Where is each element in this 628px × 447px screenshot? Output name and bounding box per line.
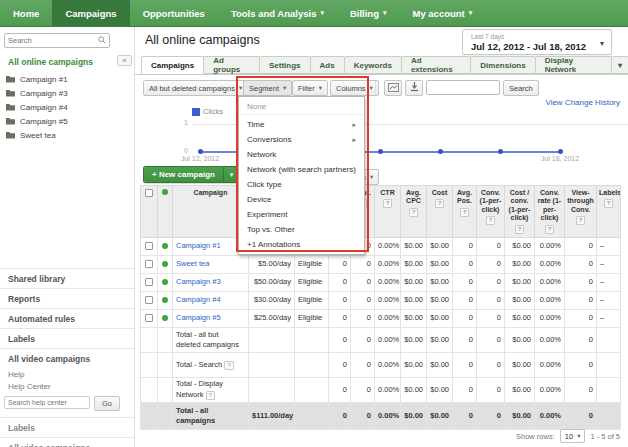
help-icon[interactable]: ? [409, 208, 419, 217]
cell-view_conv: 0 [565, 237, 597, 255]
select-all-checkbox[interactable] [145, 189, 153, 197]
sidebar-search-input[interactable] [8, 36, 98, 45]
cell-ctr: 0.00% [375, 402, 401, 429]
sidebar-campaign-item[interactable]: Campaign #3 [6, 86, 126, 100]
help-icon[interactable]: ? [460, 208, 470, 217]
help-icon[interactable]: ? [206, 391, 215, 400]
help-icon[interactable]: ? [224, 361, 233, 370]
cell-cost: $0.00 [427, 402, 453, 429]
row-status-cell [158, 402, 173, 429]
more-tabs-button[interactable]: ▾ [611, 56, 628, 74]
cell-impr: 0 [351, 273, 375, 291]
tab-display-network[interactable]: Display Network [535, 56, 612, 74]
search-button-label: Search [509, 84, 533, 93]
segment-menu-item-network[interactable]: Network [239, 147, 364, 162]
new-campaign-button[interactable]: + New campaign ▾ [143, 166, 240, 183]
folder-icon [6, 75, 16, 83]
segment-menu-item-top-vs-other[interactable]: Top vs. Other [239, 222, 364, 237]
row-checkbox[interactable] [145, 260, 153, 268]
cell-cost_conv: $0.00 [505, 237, 535, 255]
row-status-cell [158, 327, 173, 352]
help-icon[interactable]: ? [435, 199, 445, 208]
campaign-link[interactable]: Sweet tea [176, 259, 209, 268]
sidebar-item-all-video-campaigns[interactable]: All video campaigns [0, 348, 134, 368]
segment-menu-item--1-annotations[interactable]: +1 Annotations [239, 237, 364, 252]
sidebar-item-shared-library[interactable]: Shared library [0, 268, 134, 288]
tab-ad-groups[interactable]: Ad groups [203, 56, 260, 74]
campaign-scope-dropdown[interactable]: All but deleted campaigns ▾ [143, 80, 248, 96]
nav-item-opportunities[interactable]: Opportunities [130, 0, 218, 26]
cell-avg_pos: 0 [453, 402, 477, 429]
columns-dropdown-button[interactable]: Columns ▾ [330, 80, 379, 96]
chart-toggle-button[interactable] [384, 80, 402, 96]
filter-dropdown-button[interactable]: Filter ▾ [292, 80, 328, 96]
sidebar-collapse-icon[interactable]: « [117, 55, 132, 66]
sidebar-item-automated-rules[interactable]: Automated rules [0, 308, 134, 328]
tab-dimensions[interactable]: Dimensions [470, 56, 535, 74]
sidebar-item-reports[interactable]: Reports [0, 288, 134, 308]
nav-item-campaigns[interactable]: Campaigns [52, 0, 129, 26]
help-icon[interactable]: ? [486, 216, 496, 225]
nav-item-my-account[interactable]: My account▾ [400, 0, 486, 26]
help-search-row: Go [4, 396, 130, 411]
nav-item-tools-and-analysis[interactable]: Tools and Analysis▾ [218, 0, 337, 26]
tab-campaigns[interactable]: Campaigns [141, 56, 204, 74]
cell-labels [597, 377, 621, 402]
help-icon[interactable]: ? [604, 199, 614, 208]
help-icon[interactable]: ? [576, 216, 586, 225]
help-icon[interactable]: ? [545, 225, 555, 234]
new-campaign-dropdown[interactable]: ▾ [223, 167, 239, 182]
segment-dropdown-button[interactable]: Segment ▾ [243, 80, 292, 96]
menu-item-label: Network [247, 150, 276, 159]
cell-ctr: 0.00% [375, 237, 401, 255]
show-rows-select[interactable]: 10 ▾ [560, 429, 586, 443]
row-checkbox[interactable] [145, 296, 153, 304]
campaign-link[interactable]: Campaign #5 [176, 313, 221, 322]
sidebar-footer-item[interactable]: All video campaigns [0, 437, 134, 447]
cell-conv: 0 [477, 273, 505, 291]
row-checkbox[interactable] [145, 242, 153, 250]
segment-menu-item-conversions[interactable]: Conversions▸ [239, 132, 364, 147]
segment-menu-item-time[interactable]: Time▸ [239, 117, 364, 132]
tab-ad-extensions[interactable]: Ad extensions [401, 56, 471, 74]
cell-impr: 0 [351, 291, 375, 309]
search-button[interactable]: Search [503, 80, 539, 96]
help-search-go-button[interactable]: Go [94, 396, 120, 411]
sidebar-all-online-campaigns[interactable]: All online campaigns [8, 57, 93, 67]
row-checkbox[interactable] [145, 314, 153, 322]
segment-menu-item-none[interactable]: None [239, 99, 364, 115]
column-header-cost_conv: Cost / conv. (1-per-click)? [505, 186, 535, 238]
tab-ads[interactable]: Ads [310, 56, 345, 74]
cell-cost: $0.00 [427, 377, 453, 402]
campaign-link[interactable]: Campaign #1 [176, 241, 221, 250]
sidebar-footer-item[interactable]: Labels [0, 417, 134, 437]
tab-settings[interactable]: Settings [259, 56, 311, 74]
table-search-input[interactable] [426, 80, 500, 95]
sidebar-campaign-item[interactable]: Sweet tea [6, 128, 126, 142]
help-icon[interactable]: ? [515, 225, 525, 234]
nav-item-home[interactable]: Home [0, 0, 52, 26]
help-icon[interactable]: ? [383, 199, 393, 208]
help-search-input[interactable] [4, 396, 90, 409]
row-checkbox[interactable] [145, 278, 153, 286]
sidebar-campaign-item[interactable]: Campaign #4 [6, 100, 126, 114]
sidebar-campaign-item[interactable]: Campaign #5 [6, 114, 126, 128]
campaign-link[interactable]: Campaign #3 [176, 277, 221, 286]
campaign-link[interactable]: Campaign #4 [176, 295, 221, 304]
tab-keywords[interactable]: Keywords [344, 56, 402, 74]
nav-item-billing[interactable]: Billing▾ [337, 0, 400, 26]
help-center-link[interactable]: Help Center [8, 382, 128, 391]
date-range-selector[interactable]: Last 7 days Jul 12, 2012 - Jul 18, 2012 … [462, 29, 612, 55]
cell-avg_cpc: $0.00 [401, 309, 427, 327]
sidebar-search-box[interactable] [4, 33, 110, 48]
download-button[interactable] [405, 80, 423, 96]
sidebar-campaign-item[interactable]: Campaign #1 [6, 72, 126, 86]
help-link[interactable]: Help [8, 370, 128, 379]
segment-menu-item-experiment[interactable]: Experiment [239, 207, 364, 222]
cell-status [295, 352, 329, 377]
segment-menu-item-click-type[interactable]: Click type [239, 177, 364, 192]
segment-menu-item-device[interactable]: Device [239, 192, 364, 207]
segment-menu-item-network-with-search-partners-[interactable]: Network (with search partners) [239, 162, 364, 177]
cell-cost_conv: $0.00 [505, 402, 535, 429]
sidebar-item-labels[interactable]: Labels [0, 328, 134, 348]
